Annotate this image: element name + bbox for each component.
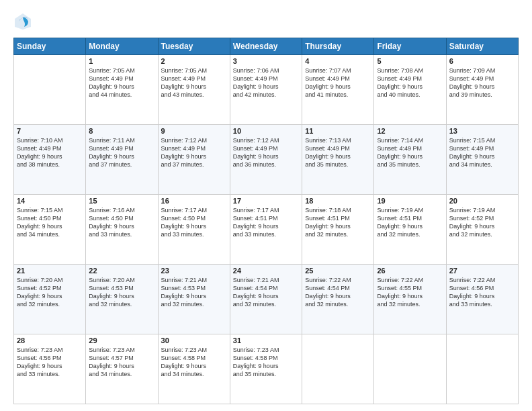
day-info: Sunrise: 7:05 AM Sunset: 4:49 PM Dayligh… (161, 66, 227, 99)
week-row-4: 28Sunrise: 7:23 AM Sunset: 4:56 PM Dayli… (14, 334, 519, 404)
day-info: Sunrise: 7:21 AM Sunset: 4:53 PM Dayligh… (161, 276, 227, 309)
calendar-cell: 11Sunrise: 7:13 AM Sunset: 4:49 PM Dayli… (302, 125, 374, 195)
day-info: Sunrise: 7:08 AM Sunset: 4:49 PM Dayligh… (377, 66, 443, 99)
calendar-cell: 27Sunrise: 7:22 AM Sunset: 4:56 PM Dayli… (446, 265, 518, 334)
day-info: Sunrise: 7:22 AM Sunset: 4:56 PM Dayligh… (449, 276, 515, 309)
day-number: 11 (305, 127, 371, 135)
col-header-thursday: Thursday (302, 38, 374, 55)
day-info: Sunrise: 7:06 AM Sunset: 4:49 PM Dayligh… (233, 66, 299, 99)
day-number: 9 (161, 127, 227, 135)
day-info: Sunrise: 7:22 AM Sunset: 4:54 PM Dayligh… (305, 276, 371, 309)
calendar-cell: 13Sunrise: 7:15 AM Sunset: 4:49 PM Dayli… (446, 125, 518, 195)
day-number: 20 (449, 197, 515, 205)
day-number: 31 (233, 336, 299, 345)
col-header-saturday: Saturday (446, 38, 518, 55)
day-number: 24 (233, 267, 299, 275)
day-info: Sunrise: 7:05 AM Sunset: 4:49 PM Dayligh… (89, 66, 154, 99)
day-number: 3 (233, 57, 299, 65)
day-number: 12 (377, 127, 443, 135)
calendar-cell: 17Sunrise: 7:17 AM Sunset: 4:51 PM Dayli… (230, 195, 302, 265)
day-info: Sunrise: 7:12 AM Sunset: 4:49 PM Dayligh… (233, 136, 299, 169)
day-number: 1 (89, 57, 154, 65)
col-header-friday: Friday (374, 38, 446, 55)
calendar-cell: 3Sunrise: 7:06 AM Sunset: 4:49 PM Daylig… (230, 55, 302, 125)
day-info: Sunrise: 7:23 AM Sunset: 4:56 PM Dayligh… (17, 346, 83, 379)
day-number: 19 (377, 197, 443, 205)
calendar-cell: 14Sunrise: 7:15 AM Sunset: 4:50 PM Dayli… (14, 195, 86, 265)
day-info: Sunrise: 7:12 AM Sunset: 4:49 PM Dayligh… (161, 136, 227, 169)
logo (13, 12, 35, 31)
day-info: Sunrise: 7:11 AM Sunset: 4:49 PM Dayligh… (89, 136, 154, 169)
day-info: Sunrise: 7:17 AM Sunset: 4:50 PM Dayligh… (161, 206, 227, 239)
day-number: 4 (305, 57, 371, 65)
header (13, 12, 519, 31)
day-info: Sunrise: 7:15 AM Sunset: 4:50 PM Dayligh… (17, 206, 83, 239)
day-number: 25 (305, 267, 371, 275)
calendar-cell (446, 334, 518, 404)
calendar-cell: 20Sunrise: 7:19 AM Sunset: 4:52 PM Dayli… (446, 195, 518, 265)
calendar-cell: 12Sunrise: 7:14 AM Sunset: 4:49 PM Dayli… (374, 125, 446, 195)
day-info: Sunrise: 7:23 AM Sunset: 4:57 PM Dayligh… (89, 346, 154, 379)
day-info: Sunrise: 7:19 AM Sunset: 4:51 PM Dayligh… (377, 206, 443, 239)
col-header-sunday: Sunday (14, 38, 86, 55)
col-header-monday: Monday (86, 38, 158, 55)
calendar-cell: 10Sunrise: 7:12 AM Sunset: 4:49 PM Dayli… (230, 125, 302, 195)
day-number: 10 (233, 127, 299, 135)
day-info: Sunrise: 7:19 AM Sunset: 4:52 PM Dayligh… (449, 206, 515, 239)
day-number: 8 (89, 127, 154, 135)
calendar-cell: 25Sunrise: 7:22 AM Sunset: 4:54 PM Dayli… (302, 265, 374, 334)
calendar-cell: 30Sunrise: 7:23 AM Sunset: 4:58 PM Dayli… (158, 334, 230, 404)
day-info: Sunrise: 7:07 AM Sunset: 4:49 PM Dayligh… (305, 66, 371, 99)
day-info: Sunrise: 7:20 AM Sunset: 4:53 PM Dayligh… (89, 276, 154, 309)
calendar-cell: 6Sunrise: 7:09 AM Sunset: 4:49 PM Daylig… (446, 55, 518, 125)
logo-icon (13, 12, 32, 31)
day-info: Sunrise: 7:09 AM Sunset: 4:49 PM Dayligh… (449, 66, 515, 99)
calendar-cell: 18Sunrise: 7:18 AM Sunset: 4:51 PM Dayli… (302, 195, 374, 265)
week-row-1: 7Sunrise: 7:10 AM Sunset: 4:49 PM Daylig… (14, 125, 519, 195)
day-info: Sunrise: 7:21 AM Sunset: 4:54 PM Dayligh… (233, 276, 299, 309)
calendar-table: SundayMondayTuesdayWednesdayThursdayFrid… (13, 38, 519, 404)
day-number: 30 (161, 336, 227, 345)
calendar-cell: 4Sunrise: 7:07 AM Sunset: 4:49 PM Daylig… (302, 55, 374, 125)
col-header-wednesday: Wednesday (230, 38, 302, 55)
calendar-cell (302, 334, 374, 404)
calendar-cell: 9Sunrise: 7:12 AM Sunset: 4:49 PM Daylig… (158, 125, 230, 195)
day-number: 6 (449, 57, 515, 65)
day-info: Sunrise: 7:14 AM Sunset: 4:49 PM Dayligh… (377, 136, 443, 169)
day-number: 18 (305, 197, 371, 205)
calendar-cell: 22Sunrise: 7:20 AM Sunset: 4:53 PM Dayli… (86, 265, 158, 334)
calendar-cell: 16Sunrise: 7:17 AM Sunset: 4:50 PM Dayli… (158, 195, 230, 265)
calendar-cell: 5Sunrise: 7:08 AM Sunset: 4:49 PM Daylig… (374, 55, 446, 125)
calendar-cell: 2Sunrise: 7:05 AM Sunset: 4:49 PM Daylig… (158, 55, 230, 125)
day-number: 16 (161, 197, 227, 205)
calendar-cell: 1Sunrise: 7:05 AM Sunset: 4:49 PM Daylig… (86, 55, 158, 125)
day-info: Sunrise: 7:16 AM Sunset: 4:50 PM Dayligh… (89, 206, 154, 239)
week-row-3: 21Sunrise: 7:20 AM Sunset: 4:52 PM Dayli… (14, 265, 519, 334)
day-number: 5 (377, 57, 443, 65)
calendar-cell (14, 55, 86, 125)
day-number: 14 (17, 197, 83, 205)
day-number: 21 (17, 267, 83, 275)
calendar-cell: 28Sunrise: 7:23 AM Sunset: 4:56 PM Dayli… (14, 334, 86, 404)
day-number: 28 (17, 336, 83, 345)
day-info: Sunrise: 7:15 AM Sunset: 4:49 PM Dayligh… (449, 136, 515, 169)
calendar-cell: 24Sunrise: 7:21 AM Sunset: 4:54 PM Dayli… (230, 265, 302, 334)
day-info: Sunrise: 7:13 AM Sunset: 4:49 PM Dayligh… (305, 136, 371, 169)
day-number: 22 (89, 267, 154, 275)
day-number: 17 (233, 197, 299, 205)
day-info: Sunrise: 7:18 AM Sunset: 4:51 PM Dayligh… (305, 206, 371, 239)
day-number: 2 (161, 57, 227, 65)
calendar-cell (374, 334, 446, 404)
day-number: 15 (89, 197, 154, 205)
calendar-cell: 29Sunrise: 7:23 AM Sunset: 4:57 PM Dayli… (86, 334, 158, 404)
col-header-tuesday: Tuesday (158, 38, 230, 55)
svg-marker-0 (15, 13, 31, 30)
day-info: Sunrise: 7:10 AM Sunset: 4:49 PM Dayligh… (17, 136, 83, 169)
day-number: 23 (161, 267, 227, 275)
calendar-cell: 31Sunrise: 7:23 AM Sunset: 4:58 PM Dayli… (230, 334, 302, 404)
day-number: 27 (449, 267, 515, 275)
week-row-2: 14Sunrise: 7:15 AM Sunset: 4:50 PM Dayli… (14, 195, 519, 265)
day-info: Sunrise: 7:20 AM Sunset: 4:52 PM Dayligh… (17, 276, 83, 309)
day-info: Sunrise: 7:23 AM Sunset: 4:58 PM Dayligh… (161, 346, 227, 379)
day-number: 29 (89, 336, 154, 345)
